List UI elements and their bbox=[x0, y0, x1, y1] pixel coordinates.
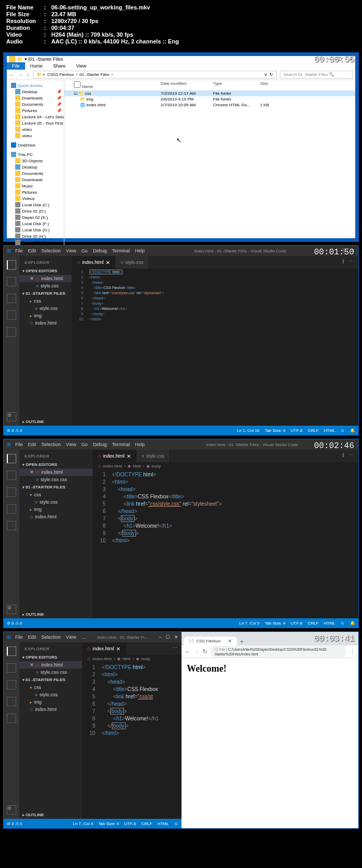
project-section[interactable]: 01 -STARTER FILES bbox=[19, 290, 72, 297]
sidebar-item[interactable]: Local Disk (G:) bbox=[7, 227, 64, 233]
sidebar-item[interactable]: video bbox=[7, 132, 64, 139]
status-language[interactable]: HTML bbox=[324, 428, 335, 433]
menu-selection[interactable]: Selection bbox=[41, 635, 61, 640]
minimize-button[interactable]: − bbox=[159, 635, 162, 640]
extensions-icon[interactable] bbox=[7, 714, 16, 723]
home-tab[interactable]: Home bbox=[25, 62, 48, 70]
open-editor-item[interactable]: ✕ ◇ index.html bbox=[19, 275, 72, 282]
menu-go[interactable]: Go bbox=[81, 442, 87, 447]
close-tab-icon[interactable]: ✕ bbox=[228, 639, 232, 643]
sidebar-item[interactable]: Downloads bbox=[7, 176, 64, 183]
folder-item[interactable]: ▾ css bbox=[19, 491, 93, 498]
close-tab-icon[interactable]: ✕ bbox=[116, 646, 120, 652]
breadcrumb[interactable]: ◇index.html›◈html›◈body bbox=[82, 655, 182, 663]
open-editors-section[interactable]: OPEN EDITORS bbox=[19, 653, 82, 661]
source-control-icon[interactable] bbox=[7, 487, 16, 497]
status-encoding[interactable]: UTF-8 bbox=[124, 821, 136, 826]
folder-item[interactable]: ▸ img bbox=[19, 698, 82, 706]
sidebar-item[interactable]: Lecture 05 - Your First Fle bbox=[7, 120, 64, 126]
menu-file[interactable]: File bbox=[15, 442, 23, 447]
sidebar-item[interactable]: Videos bbox=[7, 195, 64, 202]
debug-icon[interactable] bbox=[7, 504, 16, 514]
search-box[interactable]: Search 01 -Starter Files 🔍 bbox=[280, 71, 353, 79]
menu-selection[interactable]: Selection bbox=[41, 442, 61, 447]
close-tab-icon[interactable]: ✕ bbox=[106, 260, 110, 265]
status-bell-icon[interactable]: 🔔 bbox=[350, 428, 355, 433]
close-button[interactable]: ✕ bbox=[174, 635, 178, 640]
search-icon[interactable] bbox=[7, 277, 16, 286]
column-headers[interactable]: Name Date modified Type Size bbox=[64, 80, 355, 91]
sidebar-item[interactable]: Desktop📌 bbox=[7, 88, 64, 95]
code-lines[interactable]: <!DOCTYPE html> <html> <head> <title>CSS… bbox=[99, 663, 182, 819]
search-icon[interactable] bbox=[7, 471, 16, 480]
status-encoding[interactable]: UTF-8 bbox=[290, 621, 302, 626]
open-editors-section[interactable]: OPEN EDITORS bbox=[19, 461, 93, 469]
file-item[interactable]: ◇ index.html bbox=[19, 319, 72, 327]
file-item[interactable]: # style.css bbox=[19, 691, 82, 698]
code-lines[interactable]: <!DOCTYPE html> <html> <head> <title>CSS… bbox=[110, 470, 358, 618]
sidebar-item[interactable]: 3D Objects bbox=[7, 158, 64, 164]
new-tab-button[interactable]: + bbox=[237, 638, 247, 646]
sidebar-item[interactable]: Documents📌 bbox=[7, 101, 64, 107]
more-icon[interactable]: ⋯ bbox=[172, 644, 177, 653]
open-editors-section[interactable]: OPEN EDITORS bbox=[19, 267, 72, 275]
file-item[interactable]: ◇ index.html bbox=[19, 706, 82, 713]
outline-section[interactable]: OUTLINE bbox=[19, 610, 93, 618]
status-eol[interactable]: CRLF bbox=[308, 621, 319, 626]
file-item[interactable]: # style.css bbox=[19, 498, 93, 506]
menu-terminal[interactable]: Terminal bbox=[112, 442, 130, 447]
address-bar[interactable]: ⓘ File | C:/Users/Irfan%20Dayan/Desktop/… bbox=[210, 646, 346, 658]
file-item[interactable]: # style.css bbox=[19, 305, 72, 312]
sidebar-item[interactable]: Lecture 04 - Let's Setup S bbox=[7, 114, 64, 120]
project-section[interactable]: 01 -STARTER FILES bbox=[19, 676, 82, 684]
folder-item[interactable]: ▸ img bbox=[19, 312, 72, 319]
browser-tab[interactable]: 📄CSS Flexbox✕ bbox=[184, 637, 237, 646]
tab-index-html[interactable]: ◇index.html✕ bbox=[82, 642, 126, 655]
forward-button[interactable]: → bbox=[194, 649, 199, 655]
tab-index-html[interactable]: ◇index.html✕ bbox=[93, 450, 137, 462]
open-editor-item[interactable]: ✕ ◇ index.html bbox=[19, 661, 82, 669]
sidebar-item[interactable]: Drive 02 (D:) bbox=[7, 208, 64, 214]
nav-pane[interactable]: Quick access Desktop📌 Downloads📌 Documen… bbox=[7, 80, 64, 248]
folder-item[interactable]: ▸ img bbox=[19, 506, 93, 513]
more-icon[interactable]: ⋯ bbox=[349, 452, 354, 460]
more-icon[interactable]: ⋯ bbox=[349, 258, 354, 266]
status-cursor[interactable]: Ln 7, Col 5 bbox=[239, 621, 259, 626]
status-language[interactable]: HTML bbox=[157, 821, 169, 826]
status-tabsize[interactable]: Tab Size: 4 bbox=[98, 821, 119, 826]
search-icon[interactable] bbox=[7, 663, 16, 673]
share-tab[interactable]: Share bbox=[48, 62, 71, 70]
menu-edit[interactable]: Edit bbox=[28, 248, 37, 253]
extensions-icon[interactable] bbox=[7, 327, 16, 337]
tab-style-css[interactable]: #style.css bbox=[116, 256, 149, 269]
code-editor[interactable]: 12345678910 <!DOCTYPE html> <html> <head… bbox=[82, 663, 182, 819]
status-problems[interactable]: ⊘ 0 ⚠ 0 bbox=[7, 621, 22, 626]
sidebar-item[interactable]: video bbox=[7, 126, 64, 132]
sidebar-item[interactable]: Drive 02 (H:) bbox=[7, 233, 64, 239]
breadcrumb[interactable]: ◇index.html›◈html›◈body bbox=[93, 462, 358, 470]
outline-section[interactable]: OUTLINE bbox=[19, 418, 47, 426]
sidebar-item[interactable]: Desktop bbox=[7, 164, 64, 170]
open-editor-item[interactable]: ✕ # style.css bbox=[19, 282, 72, 290]
status-language[interactable]: HTML bbox=[324, 621, 335, 626]
sidebar-item[interactable]: Local Disk (C:) bbox=[7, 202, 64, 208]
titlebar[interactable]: ⊞ File Edit Selection View Go Debug Term… bbox=[4, 439, 358, 450]
file-row[interactable]: 📁 img 2/6/2019 4:19 PM File folder bbox=[64, 96, 355, 102]
folder-item[interactable]: ▾ css bbox=[19, 684, 82, 691]
status-tabsize[interactable]: Tab Size: 4 bbox=[265, 428, 286, 433]
status-cursor[interactable]: Ln 1, Col 16 bbox=[237, 428, 259, 433]
sidebar-item[interactable]: Pictures bbox=[7, 189, 64, 195]
menu-view[interactable]: View bbox=[66, 635, 76, 640]
open-editor-item[interactable]: ✕ # style.css css bbox=[19, 669, 82, 676]
status-tabsize[interactable]: Tab Size: 4 bbox=[265, 621, 286, 626]
split-editor-icon[interactable]: ⫿ bbox=[342, 258, 345, 266]
sidebar-item[interactable]: Music bbox=[7, 183, 64, 189]
settings-icon[interactable]: ⚙ bbox=[7, 805, 16, 815]
menu-file[interactable]: File bbox=[15, 248, 23, 253]
sidebar-item[interactable]: Pictures📌 bbox=[7, 107, 64, 114]
address-bar[interactable]: 📁 « CSS3 Flexbox›01 -Starter Files› ∨↻ bbox=[33, 71, 277, 79]
select-all-checkbox[interactable] bbox=[74, 81, 81, 88]
status-feedback-icon[interactable]: ☺ bbox=[341, 428, 345, 433]
view-tab[interactable]: View bbox=[71, 62, 92, 70]
source-control-icon[interactable] bbox=[7, 680, 16, 689]
